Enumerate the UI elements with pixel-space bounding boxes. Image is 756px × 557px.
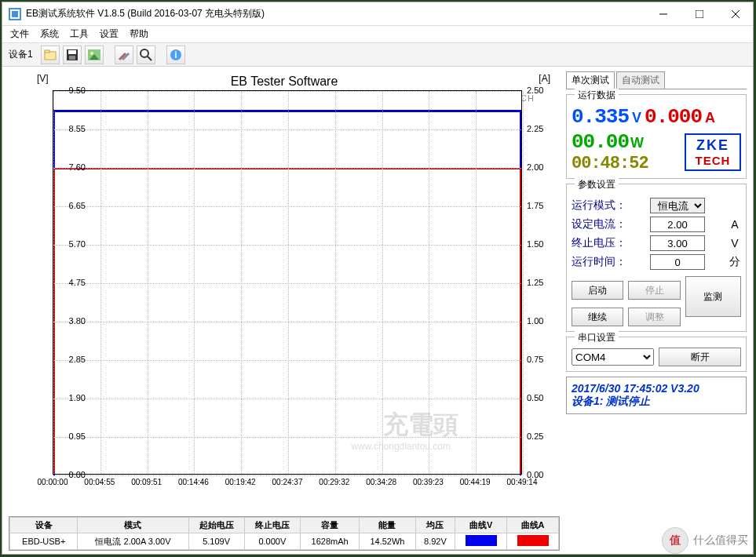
menu-help[interactable]: 帮助 <box>130 27 148 41</box>
ytick-left: 5.70 <box>59 239 86 249</box>
menu-file[interactable]: 文件 <box>10 27 29 41</box>
save-button[interactable] <box>63 46 82 64</box>
td-curvea <box>507 533 559 550</box>
info-button[interactable]: i <box>166 46 185 64</box>
runtime-input[interactable] <box>650 254 705 270</box>
xtick: 00:44:19 <box>460 478 491 486</box>
minimize-button[interactable] <box>652 6 674 22</box>
adjust-button[interactable]: 调整 <box>628 308 680 326</box>
watermark-text: 什么值得买 <box>693 533 748 548</box>
td-energy: 14.52Wh <box>360 533 415 550</box>
status-box: 2017/6/30 17:45:02 V3.20 设备1: 测试停止 <box>566 377 747 414</box>
close-button[interactable] <box>725 6 747 22</box>
xtick: 00:19:42 <box>225 478 256 486</box>
xtick: 00:24:37 <box>272 478 303 486</box>
svg-rect-4 <box>696 10 703 18</box>
ytick-left: 1.90 <box>59 393 86 402</box>
toolbar: 设备1 i <box>2 43 753 67</box>
th-device: 设备 <box>10 518 78 533</box>
ytick-left: 7.60 <box>59 162 86 172</box>
th-energy: 能量 <box>360 518 415 533</box>
current-label: 设定电流： <box>572 217 626 231</box>
xtick: 00:29:32 <box>319 478 349 486</box>
svg-rect-8 <box>45 50 49 53</box>
status-line2: 设备1: 测试停止 <box>572 395 741 409</box>
params-title: 参数设置 <box>575 178 619 191</box>
monitor-button[interactable]: 监测 <box>685 276 741 317</box>
th-endv: 终止电压 <box>244 518 300 533</box>
start-button[interactable]: 启动 <box>572 281 623 300</box>
ytick-right: 2.00 <box>527 162 550 172</box>
voltage-unit: V <box>632 110 641 126</box>
plot-area[interactable]: 充電頭 www.chongdiantou.com <box>53 90 522 475</box>
maximize-button[interactable] <box>688 6 710 22</box>
current-unit-label: A <box>729 218 741 231</box>
zoom-button[interactable] <box>137 46 155 64</box>
watermark-url: www.chongdiantou.com <box>351 441 451 452</box>
disconnect-button[interactable]: 断开 <box>659 348 741 366</box>
mode-select[interactable]: 恒电流 <box>650 198 705 213</box>
svg-point-13 <box>90 52 93 55</box>
port-select[interactable]: COM4 <box>572 348 654 366</box>
svg-text:i: i <box>174 49 177 60</box>
menu-settings[interactable]: 设置 <box>100 27 119 41</box>
tabs: 单次测试 自动测试 <box>566 71 747 89</box>
xtick: 00:04:55 <box>84 478 115 486</box>
zke-logo: ZKE TECH <box>685 133 741 171</box>
stopv-input[interactable] <box>650 235 705 251</box>
ytick-left: 3.80 <box>59 316 86 326</box>
open-button[interactable] <box>41 46 60 64</box>
voltage-trace <box>53 110 521 112</box>
mode-label: 运行模式： <box>572 198 626 213</box>
th-mode: 模式 <box>78 518 188 533</box>
th-curvea: 曲线A <box>507 518 559 533</box>
tab-auto[interactable]: 自动测试 <box>616 71 665 89</box>
stop-button[interactable]: 停止 <box>628 281 680 300</box>
tab-single[interactable]: 单次测试 <box>566 71 615 89</box>
ytick-right: 2.25 <box>527 124 550 133</box>
runtime-unit-label: 分 <box>729 255 741 269</box>
ytick-right: 2.50 <box>527 86 550 95</box>
chart: EB Tester Software [V] [A] ZKETECH 充電頭 w… <box>9 70 560 515</box>
continue-button[interactable]: 继续 <box>572 308 623 326</box>
tools-button[interactable] <box>115 46 133 64</box>
ytick-right: 1.50 <box>527 239 550 249</box>
td-device: EBD-USB+ <box>10 533 78 550</box>
svg-rect-10 <box>68 50 76 54</box>
xtick: 00:34:28 <box>366 478 396 486</box>
logo-line1: ZKE <box>696 137 729 154</box>
power-readout: 00.00 <box>572 130 629 154</box>
menu-system[interactable]: 系统 <box>40 27 59 41</box>
th-capacity: 容量 <box>300 518 359 533</box>
device-label: 设备1 <box>9 48 33 61</box>
xtick: 00:39:23 <box>413 478 444 486</box>
current-unit: A <box>705 110 715 126</box>
td-avgv: 8.92V <box>415 533 455 550</box>
window-title: EB测试系统软件 V1.8.5 (Build 2016-03-07 充电头特别版… <box>26 7 652 20</box>
stopv-label: 终止电压： <box>572 236 626 250</box>
th-avgv: 均压 <box>415 518 455 533</box>
logo-line2: TECH <box>696 154 731 167</box>
titlebar: EB测试系统软件 V1.8.5 (Build 2016-03-07 充电头特别版… <box>2 2 753 26</box>
td-endv: 0.000V <box>244 533 300 550</box>
ytick-right: 1.00 <box>527 316 550 326</box>
menu-tools[interactable]: 工具 <box>70 27 89 41</box>
td-capacity: 1628mAh <box>300 533 359 550</box>
svg-rect-11 <box>69 56 75 60</box>
th-startv: 起始电压 <box>188 518 244 533</box>
current-input[interactable] <box>650 217 705 232</box>
current-readout: 0.000 <box>645 105 702 129</box>
image-button[interactable] <box>85 46 104 64</box>
time-readout: 00:48:52 <box>572 154 648 173</box>
svg-line-18 <box>148 56 152 60</box>
ytick-left: 2.85 <box>59 355 86 364</box>
params-panel: 参数设置 运行模式： 恒电流 设定电流： A 终止电压： <box>566 184 747 332</box>
chart-title: EB Tester Software <box>231 75 338 89</box>
runtime-label: 运行时间： <box>572 255 626 269</box>
footer-watermark: 值 什么值得买 <box>662 527 748 554</box>
table-row[interactable]: EBD-USB+ 恒电流 2.00A 3.00V 5.109V 0.000V 1… <box>10 533 559 550</box>
current-swatch[interactable] <box>517 535 549 546</box>
ytick-right: 0.75 <box>527 355 550 364</box>
ytick-left: 0.00 <box>59 470 86 479</box>
voltage-swatch[interactable] <box>466 535 497 546</box>
